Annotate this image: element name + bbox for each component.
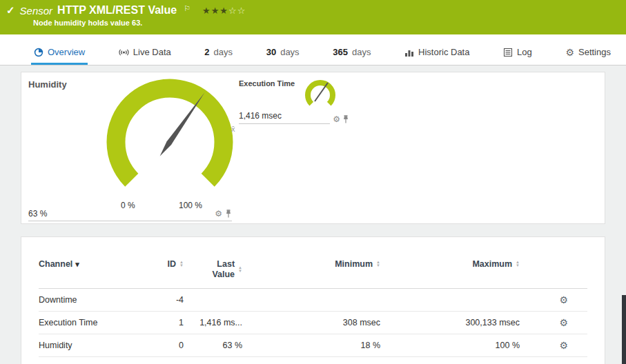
channel-name: Downtime bbox=[39, 295, 142, 305]
table-row-downtime: Downtime -4 ⚙ bbox=[39, 289, 587, 312]
tab-30-days-number: 30 bbox=[266, 47, 276, 57]
humidity-widget-gear-icon[interactable]: ⚙ bbox=[215, 210, 222, 218]
tab-overview[interactable]: Overview bbox=[31, 41, 88, 65]
sensor-kind-label: Sensor bbox=[20, 5, 53, 17]
status-ok-icon: ✓ bbox=[6, 4, 15, 17]
bar-chart-icon bbox=[404, 48, 414, 57]
channel-minimum: 18 % bbox=[242, 341, 380, 350]
tab-log-label: Log bbox=[517, 47, 532, 57]
stars-empty: ☆☆ bbox=[228, 6, 246, 16]
sensor-title: HTTP XML/REST Value bbox=[57, 4, 177, 17]
channel-minimum: 308 msec bbox=[242, 318, 380, 327]
channel-table-header: Channel ▾ ID ▲▼ Last Value ▲▼ Minimum ▲▼… bbox=[39, 259, 587, 289]
scrollbar-thumb[interactable] bbox=[622, 295, 626, 364]
tab-30-days-label: days bbox=[280, 47, 299, 57]
channel-name: Humidity bbox=[39, 341, 142, 350]
column-header-last-value[interactable]: Last Value ▲▼ bbox=[184, 259, 242, 280]
channel-settings-icon[interactable]: ⚙ bbox=[559, 317, 568, 328]
sensor-overview-page: ✓ Sensor HTTP XML/REST Value ⚐ ★★★☆☆ Nod… bbox=[0, 0, 626, 364]
execution-time-mini-gauge bbox=[300, 77, 341, 112]
tab-settings-label: Settings bbox=[578, 47, 611, 57]
channel-maximum: 100 % bbox=[380, 341, 520, 350]
humidity-gauge-title: Humidity bbox=[28, 79, 67, 90]
humidity-gauge: 0 % 100 % x̄ bbox=[90, 77, 249, 214]
column-header-maximum[interactable]: Maximum ▲▼ bbox=[380, 259, 520, 269]
channels-panel: Channel ▾ ID ▲▼ Last Value ▲▼ Minimum ▲▼… bbox=[21, 236, 605, 364]
channel-last-value: 1,416 ms... bbox=[184, 318, 242, 327]
tab-historic-data[interactable]: Historic Data bbox=[402, 41, 472, 65]
channel-settings-icon[interactable]: ⚙ bbox=[559, 294, 568, 305]
tab-overview-label: Overview bbox=[48, 47, 85, 57]
priority-stars[interactable]: ★★★☆☆ bbox=[202, 6, 246, 16]
sensor-status-message: Node humidity holds value 63. bbox=[0, 19, 626, 27]
execution-widget-gear-icon[interactable]: ⚙ bbox=[333, 115, 340, 123]
execution-widget-pin-icon[interactable] bbox=[342, 114, 349, 124]
tab-settings[interactable]: ⚙ Settings bbox=[563, 41, 614, 65]
tab-365-days-label: days bbox=[352, 47, 371, 57]
sensor-header-banner: ✓ Sensor HTTP XML/REST Value ⚐ ★★★☆☆ Nod… bbox=[0, 0, 626, 34]
sort-icon: ▲▼ bbox=[516, 261, 520, 267]
gauges-panel: Humidity 0 % 100 % x̄ 63 % ⚙ Execution T… bbox=[21, 72, 605, 224]
tab-30-days[interactable]: 30 days bbox=[264, 41, 302, 65]
tab-log[interactable]: Log bbox=[500, 41, 535, 65]
tab-365-days[interactable]: 365 days bbox=[330, 41, 373, 65]
channel-id: -4 bbox=[142, 295, 184, 305]
execution-time-widget: Execution Time 1,416 msec ⚙ bbox=[239, 79, 353, 124]
tab-2-days-number: 2 bbox=[204, 47, 209, 57]
humidity-gauge-arc bbox=[90, 77, 249, 195]
flag-icon[interactable]: ⚐ bbox=[184, 4, 190, 13]
settings-gear-icon: ⚙ bbox=[565, 48, 574, 57]
tab-historic-data-label: Historic Data bbox=[418, 47, 469, 57]
tab-2-days-label: days bbox=[214, 47, 233, 57]
log-list-icon bbox=[503, 48, 513, 57]
humidity-widget-pin-icon[interactable] bbox=[225, 209, 232, 219]
humidity-current-value: 63 % bbox=[28, 209, 47, 219]
table-row-execution-time: Execution Time 1 1,416 ms... 308 msec 30… bbox=[39, 312, 587, 334]
stars-filled: ★★★ bbox=[202, 6, 228, 16]
tab-365-days-number: 365 bbox=[333, 47, 348, 57]
channel-maximum: 300,133 msec bbox=[380, 318, 520, 327]
table-row-humidity: Humidity 0 63 % 18 % 100 % ⚙ bbox=[39, 334, 587, 357]
channel-id: 1 bbox=[142, 318, 184, 327]
channel-settings-icon[interactable]: ⚙ bbox=[559, 340, 568, 351]
tab-bar: Overview Live Data 2 days 30 days 365 da… bbox=[0, 34, 626, 65]
tab-live-data[interactable]: Live Data bbox=[116, 41, 174, 65]
column-header-channel[interactable]: Channel ▾ bbox=[39, 259, 142, 269]
execution-time-value: 1,416 msec bbox=[239, 111, 282, 121]
channel-sort-caret-icon: ▾ bbox=[75, 260, 79, 269]
column-header-id[interactable]: ID ▲▼ bbox=[142, 259, 184, 269]
channel-name: Execution Time bbox=[39, 318, 142, 327]
broadcast-icon bbox=[119, 48, 129, 57]
channel-last-value: 63 % bbox=[184, 341, 242, 350]
overview-pie-icon bbox=[34, 48, 43, 57]
average-marker-icon: x̄ bbox=[231, 125, 235, 133]
channel-id: 0 bbox=[142, 341, 184, 350]
tab-live-data-label: Live Data bbox=[133, 47, 171, 57]
humidity-gauge-footer: 63 % ⚙ bbox=[28, 209, 232, 221]
tab-2-days[interactable]: 2 days bbox=[202, 41, 235, 65]
column-header-minimum[interactable]: Minimum ▲▼ bbox=[242, 259, 380, 269]
